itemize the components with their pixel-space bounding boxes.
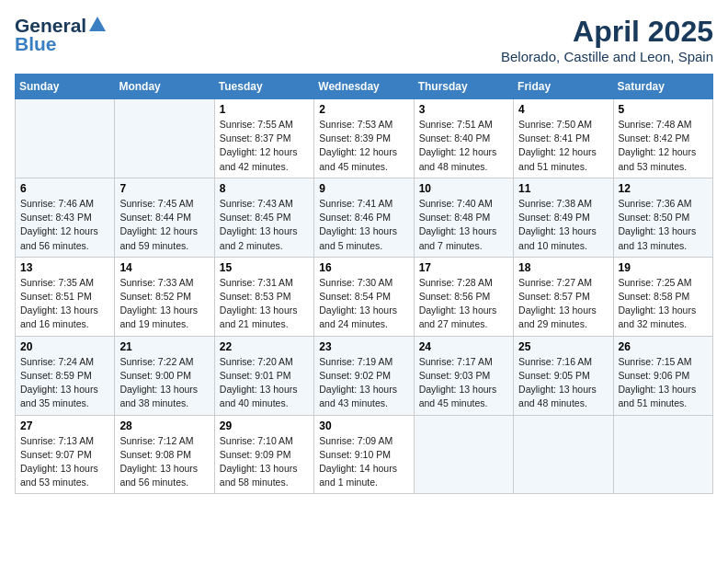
calendar-cell: 3Sunrise: 7:51 AMSunset: 8:40 PMDaylight… [414, 99, 513, 178]
calendar-cell: 2Sunrise: 7:53 AMSunset: 8:39 PMDaylight… [314, 99, 414, 178]
calendar-cell: 23Sunrise: 7:19 AMSunset: 9:02 PMDayligh… [314, 336, 414, 415]
weekday-header: Tuesday [214, 75, 313, 99]
calendar-cell: 17Sunrise: 7:28 AMSunset: 8:56 PMDayligh… [414, 257, 513, 336]
day-number: 2 [319, 103, 408, 116]
calendar-cell: 24Sunrise: 7:17 AMSunset: 9:03 PMDayligh… [414, 336, 513, 415]
calendar-cell: 6Sunrise: 7:46 AMSunset: 8:43 PMDaylight… [16, 178, 115, 257]
month-title: April 2025 [501, 15, 713, 49]
title-block: April 2025 Belorado, Castille and Leon, … [501, 15, 713, 64]
weekday-header: Saturday [613, 75, 712, 99]
day-number: 5 [619, 103, 708, 116]
cell-info: Sunrise: 7:09 AMSunset: 9:10 PMDaylight:… [319, 434, 408, 490]
day-number: 17 [419, 261, 508, 274]
cell-info: Sunrise: 7:16 AMSunset: 9:05 PMDaylight:… [518, 355, 608, 411]
cell-info: Sunrise: 7:15 AMSunset: 9:06 PMDaylight:… [619, 355, 708, 411]
day-number: 24 [419, 340, 508, 353]
day-number: 29 [220, 419, 309, 432]
calendar-cell: 21Sunrise: 7:22 AMSunset: 9:00 PMDayligh… [115, 336, 214, 415]
day-number: 30 [319, 419, 408, 432]
cell-info: Sunrise: 7:33 AMSunset: 8:52 PMDaylight:… [119, 276, 209, 332]
calendar-cell: 10Sunrise: 7:40 AMSunset: 8:48 PMDayligh… [414, 178, 513, 257]
cell-info: Sunrise: 7:10 AMSunset: 9:09 PMDaylight:… [220, 434, 309, 490]
calendar-cell: 13Sunrise: 7:35 AMSunset: 8:51 PMDayligh… [16, 257, 115, 336]
calendar-cell: 25Sunrise: 7:16 AMSunset: 9:05 PMDayligh… [514, 336, 613, 415]
day-number: 25 [518, 340, 608, 353]
calendar-cell [115, 99, 214, 178]
cell-info: Sunrise: 7:50 AMSunset: 8:41 PMDaylight:… [518, 118, 608, 174]
page-header: General Blue April 2025 Belorado, Castil… [15, 15, 713, 64]
cell-info: Sunrise: 7:48 AMSunset: 8:42 PMDaylight:… [619, 118, 708, 174]
calendar-cell: 15Sunrise: 7:31 AMSunset: 8:53 PMDayligh… [214, 257, 313, 336]
day-number: 3 [419, 103, 508, 116]
day-number: 16 [319, 261, 408, 274]
weekday-header: Thursday [414, 75, 513, 99]
cell-info: Sunrise: 7:25 AMSunset: 8:58 PMDaylight:… [619, 276, 708, 332]
cell-info: Sunrise: 7:13 AMSunset: 9:07 PMDaylight:… [20, 434, 109, 490]
calendar-cell: 29Sunrise: 7:10 AMSunset: 9:09 PMDayligh… [214, 415, 313, 494]
calendar-header-row: SundayMondayTuesdayWednesdayThursdayFrid… [16, 75, 713, 99]
calendar-cell: 14Sunrise: 7:33 AMSunset: 8:52 PMDayligh… [115, 257, 214, 336]
day-number: 13 [20, 261, 109, 274]
cell-info: Sunrise: 7:19 AMSunset: 9:02 PMDaylight:… [319, 355, 408, 411]
day-number: 6 [20, 182, 109, 195]
cell-info: Sunrise: 7:17 AMSunset: 9:03 PMDaylight:… [419, 355, 508, 411]
cell-info: Sunrise: 7:46 AMSunset: 8:43 PMDaylight:… [20, 197, 109, 253]
calendar-cell: 18Sunrise: 7:27 AMSunset: 8:57 PMDayligh… [514, 257, 613, 336]
calendar-week-row: 20Sunrise: 7:24 AMSunset: 8:59 PMDayligh… [16, 336, 713, 415]
weekday-header: Friday [514, 75, 613, 99]
calendar-cell: 19Sunrise: 7:25 AMSunset: 8:58 PMDayligh… [613, 257, 712, 336]
day-number: 7 [119, 182, 209, 195]
calendar-cell: 8Sunrise: 7:43 AMSunset: 8:45 PMDaylight… [214, 178, 313, 257]
day-number: 22 [220, 340, 309, 353]
calendar-cell: 30Sunrise: 7:09 AMSunset: 9:10 PMDayligh… [314, 415, 414, 494]
calendar-week-row: 27Sunrise: 7:13 AMSunset: 9:07 PMDayligh… [16, 415, 713, 494]
day-number: 15 [220, 261, 309, 274]
day-number: 28 [119, 419, 209, 432]
calendar-cell: 9Sunrise: 7:41 AMSunset: 8:46 PMDaylight… [314, 178, 414, 257]
calendar-cell: 5Sunrise: 7:48 AMSunset: 8:42 PMDaylight… [613, 99, 712, 178]
cell-info: Sunrise: 7:24 AMSunset: 8:59 PMDaylight:… [20, 355, 109, 411]
calendar-cell: 16Sunrise: 7:30 AMSunset: 8:54 PMDayligh… [314, 257, 414, 336]
day-number: 1 [220, 103, 309, 116]
cell-info: Sunrise: 7:27 AMSunset: 8:57 PMDaylight:… [518, 276, 608, 332]
calendar-week-row: 13Sunrise: 7:35 AMSunset: 8:51 PMDayligh… [16, 257, 713, 336]
cell-info: Sunrise: 7:55 AMSunset: 8:37 PMDaylight:… [220, 118, 309, 174]
day-number: 20 [20, 340, 109, 353]
day-number: 27 [20, 419, 109, 432]
day-number: 23 [319, 340, 408, 353]
location: Belorado, Castille and Leon, Spain [501, 49, 713, 64]
cell-info: Sunrise: 7:22 AMSunset: 9:00 PMDaylight:… [119, 355, 209, 411]
cell-info: Sunrise: 7:36 AMSunset: 8:50 PMDaylight:… [619, 197, 708, 253]
cell-info: Sunrise: 7:45 AMSunset: 8:44 PMDaylight:… [119, 197, 209, 253]
day-number: 12 [619, 182, 708, 195]
calendar-cell [414, 415, 513, 494]
cell-info: Sunrise: 7:30 AMSunset: 8:54 PMDaylight:… [319, 276, 408, 332]
weekday-header: Monday [115, 75, 214, 99]
cell-info: Sunrise: 7:41 AMSunset: 8:46 PMDaylight:… [319, 197, 408, 253]
calendar-cell [16, 99, 115, 178]
calendar-cell: 20Sunrise: 7:24 AMSunset: 8:59 PMDayligh… [16, 336, 115, 415]
cell-info: Sunrise: 7:31 AMSunset: 8:53 PMDaylight:… [220, 276, 309, 332]
day-number: 26 [619, 340, 708, 353]
logo: General Blue [15, 15, 108, 55]
cell-info: Sunrise: 7:12 AMSunset: 9:08 PMDaylight:… [119, 434, 209, 490]
calendar-cell [613, 415, 712, 494]
cell-info: Sunrise: 7:43 AMSunset: 8:45 PMDaylight:… [220, 197, 309, 253]
cell-info: Sunrise: 7:35 AMSunset: 8:51 PMDaylight:… [20, 276, 109, 332]
weekday-header: Sunday [16, 75, 115, 99]
day-number: 11 [518, 182, 608, 195]
day-number: 18 [518, 261, 608, 274]
calendar-week-row: 6Sunrise: 7:46 AMSunset: 8:43 PMDaylight… [16, 178, 713, 257]
calendar-cell: 27Sunrise: 7:13 AMSunset: 9:07 PMDayligh… [16, 415, 115, 494]
cell-info: Sunrise: 7:51 AMSunset: 8:40 PMDaylight:… [419, 118, 508, 174]
logo-blue-text: Blue [15, 33, 57, 55]
calendar-cell: 4Sunrise: 7:50 AMSunset: 8:41 PMDaylight… [514, 99, 613, 178]
day-number: 9 [319, 182, 408, 195]
day-number: 8 [220, 182, 309, 195]
calendar-table: SundayMondayTuesdayWednesdayThursdayFrid… [15, 74, 713, 494]
cell-info: Sunrise: 7:53 AMSunset: 8:39 PMDaylight:… [319, 118, 408, 174]
svg-marker-0 [89, 17, 106, 31]
calendar-cell: 11Sunrise: 7:38 AMSunset: 8:49 PMDayligh… [514, 178, 613, 257]
day-number: 14 [119, 261, 209, 274]
day-number: 21 [119, 340, 209, 353]
